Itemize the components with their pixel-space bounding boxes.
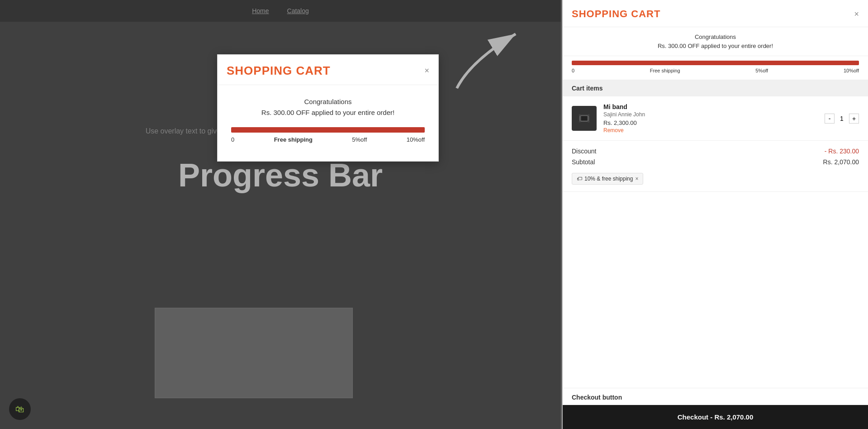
svg-rect-20 (581, 116, 588, 121)
shopify-badge[interactable]: 🛍 (9, 398, 31, 420)
svg-rect-21 (579, 114, 581, 116)
svg-rect-22 (588, 114, 589, 116)
progress-label-free: Free shipping (274, 136, 313, 143)
coupon-text: 10% & free shipping (584, 176, 633, 182)
discount-label: Discount (572, 148, 596, 155)
svg-rect-23 (579, 121, 581, 123)
cart-items-header: Cart items (563, 80, 868, 96)
sidebar-progress-labels: 0 Free shipping 5%off 10%off (572, 68, 859, 73)
modal-congrats-line2: Rs. 300.00 OFF applied to your entire or… (231, 107, 425, 118)
sidebar-close-button[interactable]: × (854, 10, 859, 19)
modal-congrats: Congratulations Rs. 300.00 OFF applied t… (231, 96, 425, 118)
sidebar-congrats-line1: Congratulations (572, 33, 859, 42)
sidebar-header: SHOPPING CART × (563, 0, 868, 27)
cart-item-remove-button[interactable]: Remove (603, 127, 624, 133)
coupon-tag: 🏷 10% & free shipping × (572, 173, 643, 185)
modal-close-button[interactable]: × (424, 66, 429, 76)
sidebar-title: SHOPPING CART (572, 8, 660, 20)
sidebar-label-10: 10%off (844, 68, 859, 73)
progress-label-10: 10%off (407, 136, 425, 143)
cart-summary: Discount - Rs. 230.00 Subtotal Rs. 2,070… (563, 141, 868, 192)
sidebar-label-5: 5%off (755, 68, 768, 73)
subtotal-value: Rs. 2,070.00 (823, 158, 859, 166)
cart-item-variant: Sajini Annie John (603, 111, 825, 118)
cart-item-image (572, 106, 597, 131)
modal-title: SHOPPING CART (227, 64, 331, 78)
checkout-label: Checkout button (563, 388, 868, 405)
cart-item-qty: - 1 + (825, 114, 859, 124)
sidebar-label-free: Free shipping (650, 68, 680, 73)
svg-rect-24 (588, 121, 589, 123)
subtotal-row: Subtotal Rs. 2,070.00 (572, 158, 859, 166)
modal-body: Congratulations Rs. 300.00 OFF applied t… (218, 85, 438, 161)
shopping-cart-modal: SHOPPING CART × Congratulations Rs. 300.… (217, 54, 439, 162)
qty-decrease-button[interactable]: - (825, 114, 835, 124)
checkout-button[interactable]: Checkout - Rs. 2,070.00 (563, 405, 868, 429)
modal-progress-labels: 0 Free shipping 5%off 10%off (231, 136, 425, 143)
sidebar-cart: SHOPPING CART × Congratulations Rs. 300.… (562, 0, 868, 429)
sidebar-progress: 0 Free shipping 5%off 10%off (563, 56, 868, 80)
modal-congrats-line1: Congratulations (231, 96, 425, 107)
qty-value: 1 (837, 115, 846, 122)
modal-header: SHOPPING CART × (218, 55, 438, 85)
sidebar-label-0: 0 (572, 68, 574, 73)
mi-band-icon (576, 110, 592, 126)
coupon-icon: 🏷 (577, 176, 582, 182)
shopify-icon: 🛍 (15, 404, 24, 415)
sidebar-progress-track (572, 61, 859, 65)
cart-item-price: Rs. 2,300.00 (603, 119, 825, 126)
qty-increase-button[interactable]: + (849, 114, 859, 124)
sidebar-congrats: Congratulations Rs. 300.00 OFF applied t… (563, 27, 868, 56)
sidebar-congrats-line2: Rs. 300.00 OFF applied to your entire or… (572, 42, 859, 51)
coupon-remove-button[interactable]: × (635, 176, 638, 182)
cart-item-name: Mi band (603, 103, 825, 110)
subtotal-label: Subtotal (572, 158, 595, 166)
progress-label-0: 0 (231, 136, 234, 143)
checkout-section: Checkout button Checkout - Rs. 2,070.00 (563, 388, 868, 429)
cart-item: Mi band Sajini Annie John Rs. 2,300.00 R… (563, 96, 868, 141)
discount-value: - Rs. 230.00 (825, 148, 859, 155)
progress-label-5: 5%off (352, 136, 367, 143)
modal-progress-fill (231, 127, 425, 133)
cart-item-details: Mi band Sajini Annie John Rs. 2,300.00 R… (603, 103, 825, 133)
discount-row: Discount - Rs. 230.00 (572, 148, 859, 155)
modal-progress-container: 0 Free shipping 5%off 10%off (231, 127, 425, 143)
sidebar-progress-fill (572, 61, 859, 65)
modal-progress-track (231, 127, 425, 133)
